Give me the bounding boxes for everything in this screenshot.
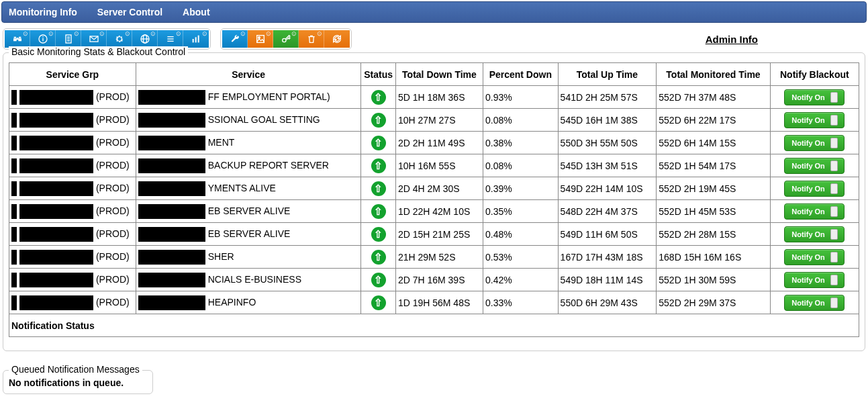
status-up-icon: ⇧: [371, 227, 386, 242]
cell-down-time: 5D 1H 18M 36S: [395, 86, 483, 109]
document-icon: [63, 34, 74, 44]
notify-label: Notify On: [791, 139, 825, 147]
redacted-block: [138, 250, 205, 265]
cell-notify: Notify On: [770, 177, 859, 200]
tool-key[interactable]: ⊙: [273, 30, 299, 48]
tool-binoculars[interactable]: ⊙: [5, 30, 30, 48]
svc-suffix: SHER: [208, 250, 234, 261]
table-row: (PROD)FF EMPLOYMENT PORTAL)⇧5D 1H 18M 36…: [9, 86, 859, 109]
cell-service: YMENTS ALIVE: [136, 177, 361, 200]
redacted-block: [138, 90, 205, 105]
tool-image[interactable]: ⊙: [248, 30, 273, 48]
redacted-block: [11, 204, 17, 219]
cell-service-grp: (PROD): [9, 86, 136, 109]
cell-service-grp: (PROD): [9, 109, 136, 132]
tool-mail[interactable]: ⊙: [81, 30, 107, 48]
cell-pct-down: 0.38%: [483, 132, 559, 154]
tool-globe[interactable]: ⊙: [132, 30, 158, 48]
cell-down-time: 2D 2H 11M 49S: [395, 132, 483, 154]
notify-toggle[interactable]: Notify On: [784, 135, 845, 151]
redacted-block: [19, 273, 93, 287]
redacted-block: [19, 227, 93, 242]
gear-icon: [114, 34, 125, 44]
cell-status: ⇧: [361, 109, 395, 132]
tool-gear[interactable]: ⊙: [107, 30, 132, 48]
th-up-time: Total Up Time: [558, 63, 657, 86]
grp-suffix: (PROD): [96, 159, 130, 170]
svc-suffix: EB SERVER ALIVE: [208, 228, 291, 238]
redacted-block: [19, 295, 93, 310]
redacted-block: [19, 204, 93, 219]
cell-status: ⇧: [361, 86, 395, 109]
notify-toggle[interactable]: Notify On: [784, 158, 845, 174]
notification-status-header: Notification Status: [9, 314, 859, 337]
cell-up-time: 549D 18H 11M 14S: [558, 269, 657, 291]
cell-service-grp: (PROD): [9, 269, 136, 291]
table-row: (PROD)HEAPINFO⇧1D 19H 56M 48S0.33%550D 6…: [9, 291, 859, 314]
cell-service-grp: (PROD): [9, 291, 136, 314]
notify-toggle[interactable]: Notify On: [784, 181, 845, 197]
redacted-block: [138, 181, 205, 196]
nav-monitoring[interactable]: Monitoring Info: [9, 7, 77, 17]
tool-document[interactable]: ⊙: [56, 30, 81, 48]
cell-status: ⇧: [361, 132, 395, 154]
cell-service: EB SERVER ALIVE: [136, 200, 361, 223]
notify-toggle[interactable]: Notify On: [784, 89, 845, 105]
cell-notify: Notify On: [770, 246, 859, 269]
redacted-block: [11, 158, 17, 173]
cell-notify: Notify On: [770, 154, 859, 177]
notify-toggle[interactable]: Notify On: [784, 295, 845, 311]
cell-service: BACKUP REPORT SERVER: [136, 154, 361, 177]
cell-service: HEAPINFO: [136, 291, 361, 314]
redacted-block: [19, 250, 93, 265]
notify-toggle[interactable]: Notify On: [784, 203, 845, 220]
redacted-block: [11, 181, 17, 196]
redacted-block: [19, 158, 93, 173]
notify-toggle[interactable]: Notify On: [784, 112, 845, 128]
status-up-icon: ⇧: [371, 113, 386, 128]
nav-about[interactable]: About: [183, 7, 209, 17]
tool-trash[interactable]: ⊙: [299, 30, 324, 48]
tool-refresh[interactable]: [324, 30, 350, 48]
admin-info-link[interactable]: Admin Info: [706, 34, 758, 45]
notify-toggle[interactable]: Notify On: [784, 249, 845, 265]
cell-down-time: 10H 16M 55S: [395, 154, 483, 177]
cell-down-time: 1D 19H 56M 48S: [395, 291, 483, 314]
binoculars-icon: [12, 34, 23, 44]
tool-wrench[interactable]: ⊙: [222, 30, 248, 48]
cell-service-grp: (PROD): [9, 246, 136, 269]
th-status: Status: [361, 63, 395, 86]
cell-mon-time: 552D 2H 29M 37S: [657, 291, 770, 314]
status-up-icon: ⇧: [371, 250, 386, 265]
cell-mon-time: 552D 2H 19M 45S: [657, 177, 770, 200]
status-up-icon: ⇧: [371, 204, 386, 219]
redacted-block: [11, 295, 17, 310]
cell-up-time: 550D 3H 55M 50S: [558, 132, 657, 154]
svc-suffix: BACKUP REPORT SERVER: [208, 159, 329, 170]
notify-label: Notify On: [791, 162, 825, 170]
info-icon: [38, 34, 48, 44]
cell-status: ⇧: [361, 177, 395, 200]
cell-up-time: 545D 13H 3M 51S: [558, 154, 657, 177]
cell-pct-down: 0.39%: [483, 177, 559, 200]
cell-down-time: 1D 22H 42M 10S: [395, 200, 483, 223]
status-up-icon: ⇧: [371, 158, 386, 173]
svc-suffix: EB SERVER ALIVE: [208, 205, 291, 216]
redacted-block: [19, 181, 93, 196]
cell-up-time: 549D 11H 6M 50S: [558, 223, 657, 246]
cell-up-time: 167D 17H 43M 18S: [558, 246, 657, 269]
tool-list[interactable]: ⊙: [158, 30, 183, 48]
toggle-knob: [830, 115, 838, 126]
top-nav: Monitoring Info Server Control About: [1, 1, 867, 23]
notify-toggle[interactable]: Notify On: [784, 272, 845, 288]
stats-panel: Basic Monitoring Stats & Blackout Contro…: [3, 52, 865, 351]
notify-label: Notify On: [791, 230, 825, 238]
cell-pct-down: 0.48%: [483, 223, 559, 246]
cell-notify: Notify On: [770, 223, 859, 246]
tool-chart[interactable]: ⊙: [183, 30, 209, 48]
tool-info[interactable]: ⊙: [30, 30, 56, 48]
cell-pct-down: 0.08%: [483, 109, 559, 132]
cell-status: ⇧: [361, 154, 395, 177]
notify-toggle[interactable]: Notify On: [784, 226, 845, 242]
nav-server-control[interactable]: Server Control: [97, 7, 162, 17]
